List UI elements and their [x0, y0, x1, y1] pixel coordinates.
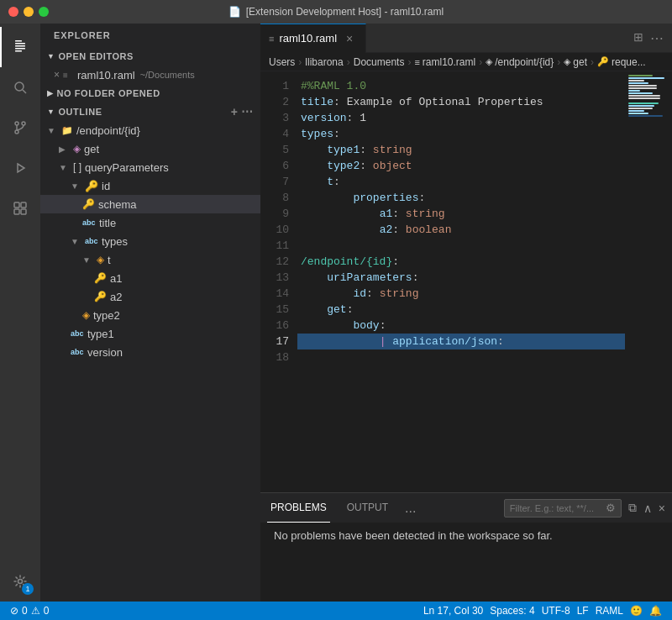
queryparams-bracket-icon: [ ]: [73, 161, 81, 173]
files-icon[interactable]: [0, 27, 40, 67]
source-control-icon[interactable]: [0, 108, 40, 148]
editor-area: ≡ raml10.raml × ⊞ ⋯ Users › llibarona › …: [260, 24, 672, 602]
panel-tabs: PROBLEMS OUTPUT ... ⚙ ⧉ ∧ ×: [260, 493, 672, 523]
open-editors-section[interactable]: ▼ Open Editors: [40, 47, 260, 66]
tab-problems[interactable]: PROBLEMS: [267, 493, 330, 523]
settings-icon[interactable]: 1: [0, 561, 40, 602]
outline-item-schema[interactable]: 🔑 schema: [40, 195, 260, 213]
breadcrumb-llibarona[interactable]: llibarona: [305, 56, 343, 68]
encoding-info: UTF-8: [542, 605, 570, 617]
id-key-icon: 🔑: [85, 180, 98, 192]
folder-icon: 📁: [61, 125, 73, 136]
outline-item-type1[interactable]: abc type1: [40, 324, 260, 343]
svg-rect-12: [21, 202, 26, 208]
svg-point-7: [15, 122, 18, 125]
outline-item-a2[interactable]: 🔑 a2: [40, 287, 260, 306]
outline-item-a1[interactable]: 🔑 a1: [40, 269, 260, 287]
tab-output[interactable]: OUTPUT: [344, 493, 391, 523]
outline-item-id[interactable]: ▼ 🔑 id: [40, 176, 260, 195]
status-cursor[interactable]: Ln 17, Col 30: [420, 602, 486, 620]
window-controls: [8, 7, 49, 17]
types-abc-icon: abc: [85, 237, 98, 245]
endpoint-chevron: ▼: [47, 126, 59, 135]
schema-label: schema: [98, 198, 137, 211]
breadcrumb-get[interactable]: ◈ get: [564, 56, 587, 68]
svg-marker-10: [18, 164, 24, 172]
split-editor-icon[interactable]: ⊞: [632, 29, 645, 48]
type2-label: type2: [93, 309, 120, 322]
cursor-info: Ln 17, Col 30: [423, 605, 483, 617]
title-text: [Extension Development Host] - raml10.ra…: [246, 6, 444, 18]
svg-rect-1: [15, 43, 25, 45]
outline-item-type2[interactable]: ◈ type2: [40, 306, 260, 324]
outline-add-icon[interactable]: +: [231, 105, 239, 118]
breadcrumb-endpoint[interactable]: ◈ /endpoint/{id}: [486, 56, 554, 68]
tab-raml10[interactable]: ≡ raml10.raml ×: [260, 24, 366, 53]
breadcrumb-request[interactable]: 🔑 reque...: [597, 56, 646, 68]
status-bell[interactable]: 🔔: [646, 602, 665, 620]
status-encoding[interactable]: UTF-8: [538, 602, 574, 620]
copy-output-icon[interactable]: ⧉: [628, 501, 637, 515]
get-cube-icon: ◈: [73, 143, 81, 155]
breadcrumb-file[interactable]: ≡ raml10.raml: [414, 56, 475, 68]
code-line-3: version: 1: [297, 110, 625, 126]
status-language[interactable]: RAML: [592, 602, 627, 620]
code-line-11: [297, 238, 625, 254]
extensions-icon[interactable]: [0, 188, 40, 229]
outline-item-t[interactable]: ▼ ◈ t: [40, 250, 260, 269]
search-icon[interactable]: [0, 67, 40, 108]
a1-key-icon: 🔑: [94, 272, 107, 284]
code-line-12: /endpoint/{id}:: [297, 254, 625, 270]
filter-settings-icon[interactable]: ⚙: [606, 502, 616, 514]
panel-actions: ⚙ ⧉ ∧ ×: [504, 499, 665, 518]
outline-item-version[interactable]: abc version: [40, 343, 260, 361]
code-content[interactable]: #%RAML 1.0 title: Example of Optional Pr…: [297, 71, 625, 492]
status-line-ending[interactable]: LF: [574, 602, 592, 620]
open-editors-chevron: ▼: [47, 52, 55, 60]
breadcrumb: Users › llibarona › Documents › ≡ raml10…: [260, 53, 672, 71]
version-label: version: [87, 346, 123, 359]
close-file-icon[interactable]: ×: [54, 69, 60, 81]
code-line-10: a2: boolean: [297, 222, 625, 238]
breadcrumb-documents[interactable]: Documents: [354, 56, 405, 68]
debug-icon[interactable]: [0, 148, 40, 188]
outline-item-endpoint[interactable]: ▼ 📁 /endpoint/{id}: [40, 121, 260, 139]
code-line-14: id: string: [297, 286, 625, 302]
outline-section[interactable]: ▼ Outline + ⋯: [40, 102, 260, 121]
tab-label: raml10.raml: [279, 32, 337, 45]
more-tabs-icon[interactable]: ⋯: [648, 29, 665, 48]
close-button[interactable]: [8, 7, 18, 17]
id-label: id: [102, 180, 110, 192]
outline-item-queryparams[interactable]: ▼ [ ] queryParameters: [40, 158, 260, 176]
face-icon: 🙂: [630, 605, 643, 617]
tab-more-icon[interactable]: ...: [405, 501, 416, 516]
no-folder-label: No Folder Opened: [57, 88, 160, 98]
open-file-item[interactable]: × ≡ raml10.raml ~/Documents: [40, 66, 260, 84]
outline-item-types[interactable]: ▼ abc types: [40, 232, 260, 250]
close-panel-icon[interactable]: ×: [659, 502, 665, 515]
error-icon: ⊘: [10, 605, 18, 617]
svg-rect-13: [14, 209, 19, 214]
filter-input[interactable]: [510, 503, 602, 513]
maximize-button[interactable]: [39, 7, 49, 17]
filter-box[interactable]: ⚙: [504, 499, 622, 518]
status-spaces[interactable]: Spaces: 4: [486, 602, 538, 620]
no-folder-section[interactable]: ▶ No Folder Opened: [40, 84, 260, 102]
status-face[interactable]: 🙂: [627, 602, 646, 620]
outline-more-icon[interactable]: ⋯: [241, 105, 254, 118]
outline-item-get[interactable]: ▶ ◈ get: [40, 139, 260, 158]
type2-cube-icon: ◈: [82, 309, 90, 321]
collapse-panel-icon[interactable]: ∧: [643, 502, 652, 515]
breadcrumb-users[interactable]: Users: [269, 56, 295, 68]
tab-close-button[interactable]: ×: [342, 31, 357, 46]
outline-item-title[interactable]: abc title: [40, 213, 260, 232]
code-line-4: types:: [297, 126, 625, 142]
activity-bar: 1: [0, 24, 40, 602]
file-type-icon: ≡: [63, 71, 75, 80]
code-line-9: a1: string: [297, 206, 625, 222]
minimize-button[interactable]: [24, 7, 34, 17]
outline-actions: + ⋯: [231, 105, 254, 118]
status-errors[interactable]: ⊘ 0 ⚠ 0: [7, 602, 52, 620]
version-abc-icon: abc: [71, 348, 84, 356]
code-editor[interactable]: 12345 678910 1112131415 161718 #%RAML 1.…: [260, 71, 672, 492]
